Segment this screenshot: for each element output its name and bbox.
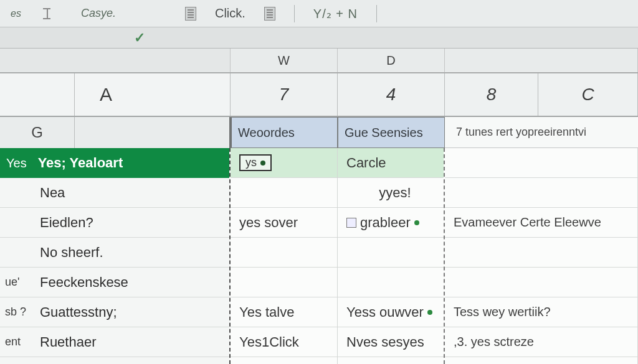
cell[interactable]: ,3. yes sctreze <box>445 327 637 357</box>
box-icon <box>346 218 356 228</box>
cell[interactable]: Yes1Click <box>231 327 337 357</box>
row-text: Guattesstny; <box>37 304 229 320</box>
status-dot-icon <box>414 220 419 225</box>
cell[interactable]: grableer <box>338 208 444 238</box>
col-d[interactable]: D <box>338 49 445 72</box>
row-text: Nea <box>37 185 229 201</box>
row-prefix: ue' <box>0 276 37 289</box>
window-column-strip: W D <box>0 49 638 73</box>
col-weoordes: ys yes sover Yes talve Yes1Click <box>231 148 338 364</box>
header-tail-text: 7 tunes rert yopreeirenntvi <box>445 117 638 148</box>
col-4[interactable]: 4 <box>338 73 445 116</box>
col-c[interactable]: C <box>538 73 638 116</box>
grid-body: Yes Yes; Yealoart Nea Eiedlen? No sheerf… <box>0 148 638 364</box>
row-prefix: ent <box>0 335 37 348</box>
cell[interactable]: Tess wey wertiik? <box>445 297 637 327</box>
col-a[interactable]: A <box>75 73 231 116</box>
left-spacer <box>75 117 231 148</box>
left-frozen-pane: Yes Yes; Yealoart Nea Eiedlen? No sheerf… <box>0 148 231 364</box>
cell[interactable]: yes sover <box>231 208 337 238</box>
bullet-icon <box>260 161 265 166</box>
toolbar-divider <box>294 5 295 22</box>
cell[interactable] <box>445 238 637 268</box>
list-row[interactable]: No sheerf. <box>0 238 229 268</box>
cell[interactable]: Yes talve <box>231 297 337 327</box>
cell[interactable]: yyes! <box>338 178 444 208</box>
yes-cell: Yes <box>6 156 38 170</box>
cell-text: yyes! <box>379 185 411 201</box>
column-headers-main: A 7 4 8 C <box>0 73 638 117</box>
cell[interactable] <box>338 238 444 268</box>
status-dot-icon <box>427 310 432 315</box>
cell[interactable]: Nves sesyes <box>338 327 444 357</box>
cell[interactable] <box>231 268 337 297</box>
list-row[interactable]: Eiedlen? <box>0 208 229 238</box>
click-label[interactable]: Click. <box>215 6 245 21</box>
formula-bar: ✓ <box>0 27 638 49</box>
cell[interactable]: Evameever Certe Eleewve <box>445 208 637 238</box>
list-row[interactable]: ent Ruethaer <box>0 327 229 357</box>
sel-text: ys <box>245 156 257 169</box>
col-seensies: Carcle yyes! grableer Yess ouwver Nves s… <box>338 148 445 364</box>
row-prefix: sb ? <box>0 306 37 319</box>
tab-casye[interactable]: Casye. <box>74 4 123 23</box>
row-text: Ruethaer <box>37 334 229 350</box>
cell[interactable] <box>445 268 637 297</box>
list-row[interactable]: ue' Feeckenskese <box>0 268 229 297</box>
col-g[interactable]: G <box>0 117 75 148</box>
yn-indicator: Y/₂ + N <box>313 6 358 21</box>
document-icon-2[interactable] <box>264 7 275 21</box>
tab-es[interactable]: es <box>4 5 28 22</box>
yealoat-cell: Yes; Yealoart <box>38 155 135 171</box>
list-row[interactable]: sb ? Guattesstny; <box>0 297 229 327</box>
row-text: Eiedlen? <box>37 215 229 231</box>
toolbar-divider-2 <box>376 5 377 22</box>
col-8[interactable]: 8 <box>445 73 538 116</box>
row-text: Feeckenskese <box>37 274 229 291</box>
list-row[interactable]: Nea <box>0 178 229 208</box>
cell-text: Yess ouwver <box>346 304 424 320</box>
cell[interactable] <box>338 268 444 297</box>
filter-icon[interactable] <box>47 8 55 19</box>
cell-text: grableer <box>360 215 411 231</box>
selection-box[interactable]: ys <box>239 154 272 171</box>
cell[interactable]: Yess ouwver <box>338 297 444 327</box>
document-icon[interactable] <box>185 7 196 21</box>
cell[interactable] <box>231 238 337 268</box>
cell[interactable] <box>231 178 337 208</box>
right-scroll-pane: ys yes sover Yes talve Yes1Click Carcle … <box>231 148 638 364</box>
subheader-row: G Weoordes Gue Seensies 7 tunes rert yop… <box>0 117 638 148</box>
cell[interactable] <box>445 148 637 178</box>
col-blank[interactable] <box>0 73 75 116</box>
col-w[interactable]: W <box>231 49 338 72</box>
cell[interactable]: Carcle <box>338 148 444 178</box>
cell[interactable] <box>445 178 637 208</box>
col-7[interactable]: 7 <box>231 73 338 116</box>
cell[interactable]: ys <box>231 148 337 178</box>
highlight-row[interactable]: Yes Yes; Yealoart <box>0 148 229 178</box>
header-seensies[interactable]: Gue Seensies <box>338 117 445 148</box>
col-tail <box>445 49 638 72</box>
checkmark-icon[interactable]: ✓ <box>134 30 145 46</box>
row-text: No sheerf. <box>37 245 229 261</box>
col-overflow: Evameever Certe Eleewve Tess wey wertiik… <box>445 148 638 364</box>
ribbon-toolbar: es Casye. Click. Y/₂ + N <box>0 0 638 27</box>
col-stub <box>0 49 231 72</box>
header-weoordes[interactable]: Weoordes <box>231 117 338 148</box>
